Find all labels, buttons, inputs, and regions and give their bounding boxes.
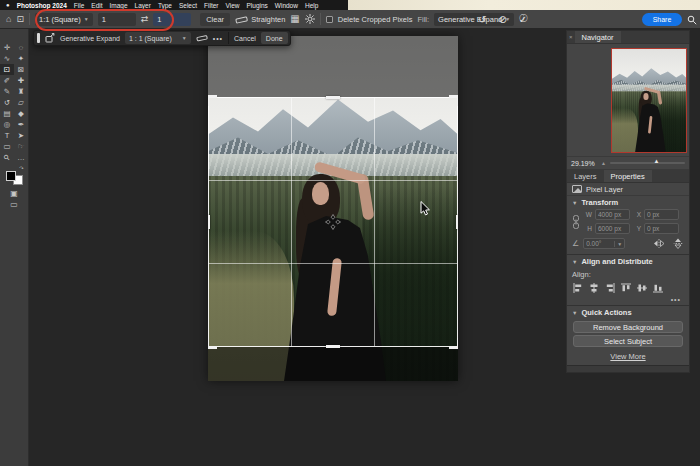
tab-navigator[interactable]: Navigator <box>575 31 621 43</box>
context-ratio-dropdown[interactable]: 1 : 1 (Square) ▼ <box>125 32 191 44</box>
width-field[interactable]: 4000 px <box>595 209 630 220</box>
menu-plugins[interactable]: Plugins <box>246 2 267 9</box>
crop-handle-top[interactable] <box>326 96 340 99</box>
tool-more-options[interactable]: … <box>14 152 28 163</box>
tool-shape[interactable]: ▭ <box>0 141 14 152</box>
home-icon[interactable]: ⌂ <box>6 15 11 24</box>
align-more-options-icon[interactable]: ••• <box>567 295 689 305</box>
align-center-horizontal-icon[interactable] <box>589 283 599 293</box>
tab-properties[interactable]: Properties <box>604 170 652 182</box>
zoom-out-mountains-icon[interactable]: ▲ <box>601 160 606 166</box>
gear-icon[interactable] <box>305 14 315 24</box>
navigator-zoom-slider[interactable]: ▲ <box>610 162 685 164</box>
menu-select[interactable]: Select <box>179 2 197 9</box>
swap-ratio-icon[interactable]: ⇄ <box>141 15 149 24</box>
done-button[interactable]: Done <box>261 32 288 44</box>
tab-layers[interactable]: Layers <box>567 170 604 182</box>
crop-handle-top-left[interactable] <box>208 95 217 106</box>
tool-brush[interactable]: ✎ <box>0 86 14 97</box>
tool-move[interactable]: ✛ <box>0 42 14 53</box>
commit-crop-icon[interactable]: ✓ <box>519 14 527 25</box>
tool-blur[interactable]: ◆ <box>14 108 28 119</box>
reset-crop-icon[interactable]: ↺ <box>478 14 486 25</box>
tool-marquee[interactable]: ◌ <box>14 42 28 53</box>
flip-horizontal-icon[interactable] <box>653 239 665 248</box>
menu-help[interactable]: Help <box>305 2 318 9</box>
remove-background-button[interactable]: Remove Background <box>573 321 683 333</box>
quick-actions-section-header[interactable]: ▼ Quick Actions <box>567 306 689 319</box>
quick-mask-icon[interactable]: ▣ <box>10 189 18 198</box>
crop-handle-left[interactable] <box>208 215 210 229</box>
tool-pen[interactable]: ✒ <box>14 119 28 130</box>
tool-zoom[interactable]: ⚲ <box>0 152 14 163</box>
crop-reference-point[interactable] <box>325 214 341 230</box>
y-field[interactable]: 0 px <box>644 223 679 234</box>
crop-handle-bottom-right[interactable] <box>449 338 458 349</box>
menu-layer[interactable]: Layer <box>135 2 151 9</box>
navigator-thumbnail[interactable] <box>611 48 687 153</box>
menu-filter[interactable]: Filter <box>204 2 218 9</box>
tool-eyedropper[interactable]: ✐ <box>0 75 14 86</box>
tool-healing-brush[interactable]: ✚ <box>14 75 28 86</box>
angle-stepper-icon[interactable]: ▼ <box>614 241 622 247</box>
tool-crop[interactable]: ⊡ <box>0 64 14 75</box>
height-field[interactable]: 6000 px <box>595 223 630 234</box>
align-center-vertical-icon[interactable] <box>637 283 647 293</box>
menu-view[interactable]: View <box>226 2 240 9</box>
tool-gradient[interactable]: ▤ <box>0 108 14 119</box>
tool-frame[interactable]: ⊠ <box>14 64 28 75</box>
align-right-icon[interactable] <box>605 283 615 293</box>
transform-section-header[interactable]: ▼ Transform <box>567 196 689 209</box>
crop-tool-preset-icon[interactable]: ⊡ <box>16 15 24 24</box>
tool-eraser[interactable]: ▱ <box>14 97 28 108</box>
crop-handle-bottom[interactable] <box>326 345 340 348</box>
menu-edit[interactable]: Edit <box>91 2 102 9</box>
foreground-color-swatch[interactable] <box>6 171 16 181</box>
tool-path-selection[interactable]: ➤ <box>14 130 28 141</box>
ratio-width-input[interactable]: 1 <box>98 13 136 26</box>
align-left-icon[interactable] <box>573 283 583 293</box>
tool-hand[interactable]: ☞ <box>14 141 28 152</box>
cancel-crop-icon[interactable]: ⊘ <box>498 14 506 25</box>
crop-handle-top-right[interactable] <box>449 95 458 106</box>
apple-icon[interactable]: ● <box>6 2 10 8</box>
delete-cropped-pixels-checkbox[interactable] <box>326 16 333 23</box>
rotate-angle-field[interactable]: 0.00° ▼ <box>583 238 625 249</box>
aspect-ratio-preset-dropdown[interactable]: 1:1 (Square) ▼ <box>35 13 93 26</box>
menu-type[interactable]: Type <box>158 2 172 9</box>
tool-history-brush[interactable]: ↺ <box>0 97 14 108</box>
tool-clone-stamp[interactable]: ♜ <box>14 86 28 97</box>
straighten-icon[interactable] <box>196 34 208 42</box>
view-more-link[interactable]: View More <box>567 349 689 364</box>
x-field[interactable]: 0 px <box>644 209 679 220</box>
swap-colors-icon[interactable]: ↷ <box>19 165 23 171</box>
drag-grip-handle[interactable] <box>37 33 40 43</box>
screen-mode-icon[interactable]: ▭ <box>10 200 18 209</box>
select-subject-button[interactable]: Select Subject <box>573 335 683 347</box>
ratio-height-input[interactable]: 1 <box>153 13 191 26</box>
share-button[interactable]: Share <box>642 13 682 26</box>
search-icon[interactable] <box>687 15 697 25</box>
zoom-level-value[interactable]: 29.19% <box>571 160 597 167</box>
zoom-slider-thumb[interactable]: ▲ <box>653 158 659 164</box>
crop-handle-bottom-left[interactable] <box>208 338 217 349</box>
tool-magic-wand[interactable]: ✦ <box>14 53 28 64</box>
overlay-grid-icon[interactable]: ▦ <box>290 14 299 24</box>
cancel-button[interactable]: Cancel <box>234 35 256 42</box>
panel-close-icon[interactable]: × <box>567 34 575 40</box>
more-options-icon[interactable]: ••• <box>213 35 223 42</box>
align-bottom-icon[interactable] <box>653 283 663 293</box>
align-top-icon[interactable] <box>621 283 631 293</box>
flip-vertical-icon[interactable] <box>674 238 683 250</box>
straighten-button[interactable]: Straighten <box>235 15 285 24</box>
tool-type[interactable]: T <box>0 130 14 141</box>
menu-app-name[interactable]: Photoshop 2024 <box>17 2 67 9</box>
link-dimensions-icon[interactable] <box>572 215 580 229</box>
align-section-header[interactable]: ▼ Align and Distribute <box>567 255 689 268</box>
menu-image[interactable]: Image <box>110 2 128 9</box>
clear-button[interactable]: Clear <box>200 13 230 26</box>
menu-file[interactable]: File <box>74 2 84 9</box>
crop-handle-right[interactable] <box>456 215 458 229</box>
tool-lasso[interactable]: ∿ <box>0 53 14 64</box>
tool-dodge[interactable]: ◎ <box>0 119 14 130</box>
